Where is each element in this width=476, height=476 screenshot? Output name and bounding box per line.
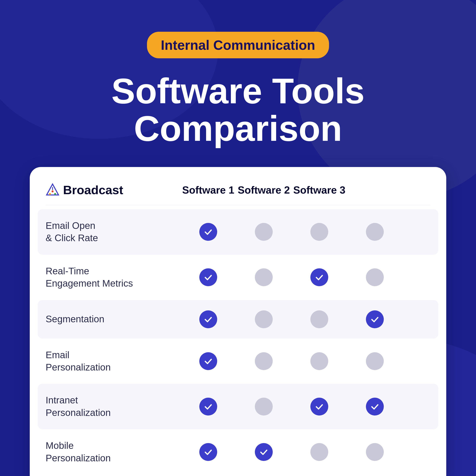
page-title: Software Tools Comparison	[111, 72, 365, 147]
cell-software1	[236, 310, 291, 328]
cell-broadcast	[181, 310, 236, 328]
col-header-software1: Software 1	[181, 184, 236, 196]
cell-software1	[236, 223, 291, 241]
table-row: Email Open& Click Rate	[38, 209, 438, 255]
check-circle-icon	[255, 443, 273, 461]
check-circle-icon	[199, 268, 217, 286]
table-row: MobilePersonalization	[46, 429, 430, 475]
table-header: Broadcast Software 1 Software 2 Software…	[46, 183, 430, 205]
check-circle-icon	[310, 268, 328, 286]
dot-circle-icon	[255, 310, 273, 328]
feature-label: MobilePersonalization	[46, 440, 181, 464]
col-header-software2: Software 2	[236, 184, 291, 196]
check-circle-icon	[199, 223, 217, 241]
brand-name: Broadcast	[63, 183, 123, 197]
feature-label: EmailPersonalization	[46, 349, 181, 374]
comparison-card: Broadcast Software 1 Software 2 Software…	[30, 167, 446, 476]
dot-circle-icon	[366, 268, 384, 286]
table-body: Email Open& Click RateReal-TimeEngagemen…	[46, 209, 430, 475]
cell-software2	[291, 398, 347, 415]
table-row: EmailPersonalization	[46, 339, 430, 384]
badge-text: Internal Communication	[161, 37, 315, 52]
dot-circle-icon	[255, 352, 273, 370]
cell-software3	[347, 310, 403, 328]
table-row: Real-TimeEngagement Metrics	[46, 255, 430, 300]
feature-label: Email Open& Click Rate	[46, 220, 181, 244]
feature-label: IntranetPersonalization	[46, 394, 181, 419]
cell-software2	[291, 352, 347, 370]
dot-circle-icon	[255, 268, 273, 286]
svg-point-1	[51, 190, 53, 192]
check-circle-icon	[199, 443, 217, 461]
cell-broadcast	[181, 268, 236, 286]
page-content: Internal Communication Software Tools Co…	[0, 0, 476, 476]
check-circle-icon	[366, 398, 384, 415]
col-header-software3: Software 3	[291, 184, 347, 196]
dot-circle-icon	[310, 352, 328, 370]
cell-software3	[347, 398, 403, 415]
brand-cell: Broadcast	[46, 183, 181, 197]
cell-broadcast	[181, 443, 236, 461]
cell-software3	[347, 352, 403, 370]
check-circle-icon	[199, 310, 217, 328]
cell-software3	[347, 268, 403, 286]
cell-software1	[236, 398, 291, 415]
cell-software2	[291, 223, 347, 241]
cell-software1	[236, 352, 291, 370]
dot-circle-icon	[366, 443, 384, 461]
check-circle-icon	[310, 398, 328, 415]
dot-circle-icon	[366, 223, 384, 241]
dot-circle-icon	[310, 223, 328, 241]
table-row: IntranetPersonalization	[38, 384, 438, 429]
feature-label: Real-TimeEngagement Metrics	[46, 265, 181, 290]
cell-software1	[236, 268, 291, 286]
table-row: Segmentation	[38, 300, 438, 339]
check-circle-icon	[199, 398, 217, 415]
broadcast-logo-icon	[46, 183, 60, 197]
dot-circle-icon	[366, 352, 384, 370]
feature-label: Segmentation	[46, 313, 181, 325]
cell-software2	[291, 268, 347, 286]
dot-circle-icon	[310, 443, 328, 461]
check-circle-icon	[366, 310, 384, 328]
cell-broadcast	[181, 352, 236, 370]
cell-software2	[291, 443, 347, 461]
cell-software3	[347, 443, 403, 461]
cell-broadcast	[181, 398, 236, 415]
cell-broadcast	[181, 223, 236, 241]
category-badge: Internal Communication	[147, 32, 329, 58]
cell-software3	[347, 223, 403, 241]
dot-circle-icon	[255, 398, 273, 415]
svg-point-2	[49, 193, 51, 195]
svg-point-3	[54, 193, 56, 195]
dot-circle-icon	[255, 223, 273, 241]
check-circle-icon	[199, 352, 217, 370]
dot-circle-icon	[310, 310, 328, 328]
cell-software2	[291, 310, 347, 328]
cell-software1	[236, 443, 291, 461]
